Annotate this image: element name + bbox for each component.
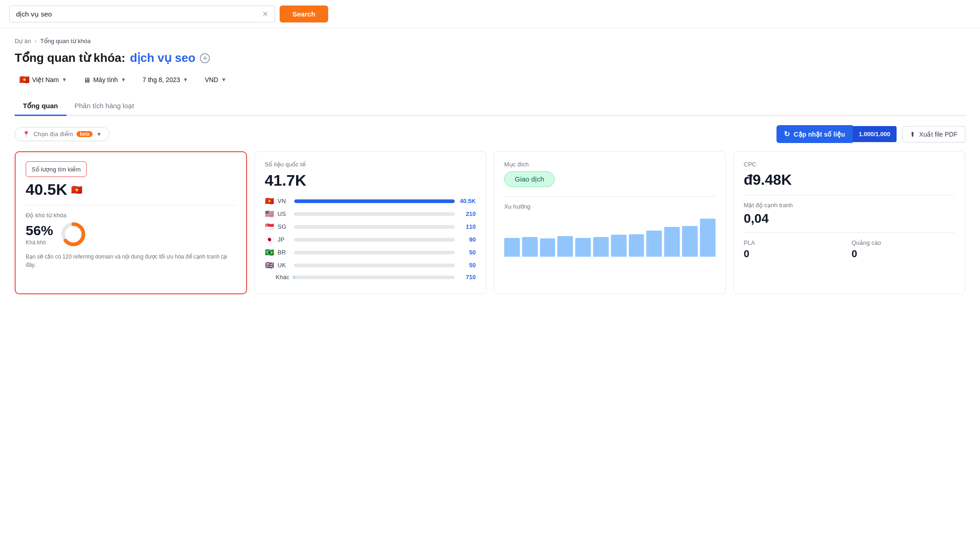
- location-picker[interactable]: 📍 Chọn địa điểm beta ▼: [15, 127, 110, 141]
- count-br: 50: [458, 249, 476, 256]
- difficulty-label: Độ khó từ khóa: [26, 212, 236, 219]
- card-divider-4b: [744, 232, 955, 233]
- country-code-other: Khác: [276, 274, 289, 281]
- pla-value: 0: [744, 248, 847, 260]
- trend-bar-7: [611, 235, 627, 257]
- country-chevron-icon: ▼: [62, 77, 67, 83]
- country-flag-jp: 🇯🇵: [265, 235, 274, 244]
- trend-bar-5: [575, 238, 591, 257]
- international-label: Số liệu quốc tế: [265, 161, 476, 168]
- date-filter[interactable]: 7 thg 8, 2023 ▼: [138, 74, 193, 86]
- country-code-vn: VN: [278, 198, 291, 204]
- donut-chart: [60, 220, 87, 248]
- search-button[interactable]: Search: [280, 6, 328, 22]
- toolbar-right: ↻ Cập nhật số liệu 1.000/1.000 ⬆ Xuất fi…: [776, 125, 965, 143]
- breadcrumb-parent[interactable]: Dự án: [15, 38, 31, 44]
- update-btn-label: Cập nhật số liệu: [793, 131, 845, 138]
- pla-ads-row: PLA 0 Quảng cáo 0: [744, 239, 955, 260]
- page-title-keyword: dịch vụ seo: [130, 51, 195, 65]
- toolbar-row: 📍 Chọn địa điểm beta ▼ ↻ Cập nhật số liệ…: [15, 125, 965, 143]
- location-placeholder: Chọn địa điểm: [33, 131, 73, 138]
- country-flag-br: 🇧🇷: [265, 248, 274, 257]
- update-btn-main[interactable]: ↻ Cập nhật số liệu: [776, 125, 852, 143]
- density-label: Mật độ cạnh tranh: [744, 202, 955, 209]
- search-input-wrapper: ✕: [9, 6, 275, 22]
- add-keyword-icon[interactable]: +: [200, 53, 210, 63]
- search-input[interactable]: [16, 10, 259, 18]
- pla-item: PLA 0: [744, 239, 847, 260]
- export-pdf-button[interactable]: ⬆ Xuất file PDF: [902, 126, 965, 143]
- country-flag-uk: 🇬🇧: [265, 261, 274, 270]
- clear-icon[interactable]: ✕: [262, 10, 268, 18]
- card-divider-1: [26, 205, 236, 205]
- bar-fill-jp: [294, 238, 295, 242]
- country-code-us: US: [278, 210, 291, 217]
- tabs: Tổng quan Phân tích hàng loạt: [15, 97, 965, 116]
- bar-sg: [294, 225, 455, 229]
- ads-item: Quảng cáo 0: [852, 239, 955, 260]
- purpose-label: Mục đích: [504, 161, 716, 168]
- pla-label: PLA: [744, 239, 847, 246]
- refresh-icon: ↻: [784, 130, 790, 138]
- purpose-trend-card: Mục đích Giao dịch Xu hướng: [494, 151, 726, 294]
- country-row-other: Khác 710: [265, 274, 476, 281]
- cards-grid: Số lượng tìm kiếm 40.5K 🇻🇳 Độ khó từ khó…: [15, 151, 965, 294]
- country-code-br: BR: [278, 249, 291, 256]
- search-bar: ✕ Search: [0, 0, 980, 28]
- trend-bar-6: [593, 237, 609, 257]
- search-volume-label: Số lượng tìm kiếm: [32, 166, 81, 173]
- bar-fill-uk: [294, 264, 295, 267]
- bar-jp: [294, 238, 455, 242]
- difficulty-info: 56% Khá khó: [26, 223, 53, 246]
- international-value: 41.7K: [265, 171, 476, 189]
- country-row-jp: 🇯🇵 JP 90: [265, 235, 476, 244]
- page-title-prefix: Tổng quan từ khóa:: [15, 51, 125, 65]
- breadcrumb: Dự án › Tổng quan từ khóa: [15, 38, 965, 44]
- update-btn-counter[interactable]: 1.000/1.000: [853, 126, 897, 142]
- cpc-card: CPC đ9.48K Mật độ cạnh tranh 0,04 PLA 0 …: [733, 151, 966, 294]
- bar-us: [294, 212, 455, 216]
- tab-tong-quan[interactable]: Tổng quan: [15, 97, 66, 116]
- trend-bar-1: [504, 238, 520, 257]
- breadcrumb-current: Tổng quan từ khóa: [40, 38, 91, 44]
- count-other: 710: [458, 274, 476, 281]
- country-code-sg: SG: [278, 223, 291, 230]
- country-label: Việt Nam: [32, 76, 59, 83]
- country-flag-us: 🇺🇸: [265, 209, 274, 218]
- trend-bar-9: [646, 231, 662, 257]
- card-divider-4: [744, 195, 955, 195]
- bar-uk: [294, 264, 455, 267]
- currency-filter[interactable]: VND ▼: [200, 74, 231, 86]
- count-uk: 50: [458, 262, 476, 269]
- trend-bar-8: [629, 234, 644, 257]
- cpc-label: CPC: [744, 161, 955, 168]
- tab-phan-tich[interactable]: Phân tích hàng loạt: [66, 97, 143, 116]
- date-chevron-icon: ▼: [183, 77, 188, 83]
- bar-fill-sg: [294, 225, 295, 229]
- trend-bar-10: [664, 227, 680, 257]
- location-pin-icon: 📍: [22, 131, 30, 138]
- device-filter[interactable]: 🖥 Máy tính ▼: [79, 74, 131, 86]
- country-flag-vn: 🇻🇳: [265, 197, 274, 205]
- date-label: 7 thg 8, 2023: [143, 76, 180, 83]
- update-button[interactable]: ↻ Cập nhật số liệu 1.000/1.000: [776, 125, 897, 143]
- country-flag-sg: 🇸🇬: [265, 222, 274, 231]
- country-row-uk: 🇬🇧 UK 50: [265, 261, 476, 270]
- trend-bar-12: [700, 219, 716, 257]
- filter-row: 🇻🇳 Việt Nam ▼ 🖥 Máy tính ▼ 7 thg 8, 2023…: [15, 72, 965, 87]
- export-icon: ⬆: [910, 131, 915, 138]
- ads-value: 0: [852, 248, 955, 260]
- bar-fill-other: [292, 276, 295, 279]
- trend-label: Xu hướng: [504, 203, 716, 210]
- breadcrumb-separator: ›: [34, 38, 36, 44]
- bar-fill-vn: [294, 199, 455, 203]
- trend-bar-3: [540, 238, 556, 257]
- country-filter[interactable]: 🇻🇳 Việt Nam ▼: [15, 72, 72, 87]
- device-label: Máy tính: [93, 76, 118, 83]
- trend-bar-11: [682, 226, 698, 257]
- device-chevron-icon: ▼: [121, 77, 126, 83]
- count-us: 210: [458, 210, 476, 217]
- bar-fill-br: [294, 251, 295, 254]
- bar-vn: [294, 199, 455, 203]
- ads-label: Quảng cáo: [852, 239, 955, 246]
